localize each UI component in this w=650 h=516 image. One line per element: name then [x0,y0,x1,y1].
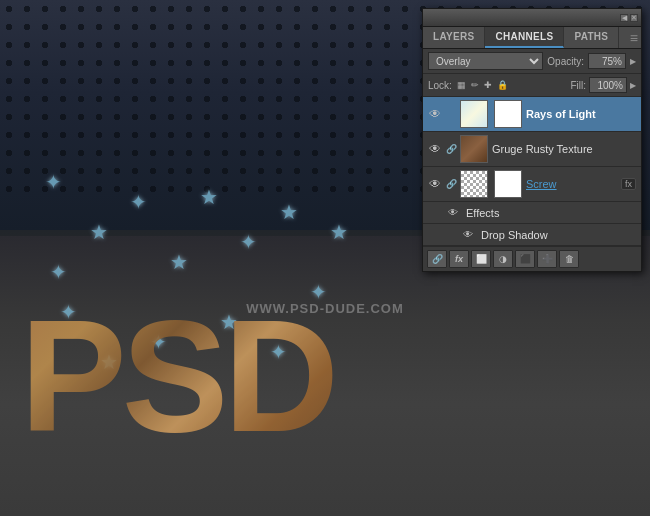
layer-thumb-rays [460,100,488,128]
layer-link[interactable]: 🔗 [446,144,456,154]
lock-pixels-icon[interactable]: ▦ [457,80,466,90]
effects-eye[interactable]: 👁 [448,207,458,218]
main-text: PSD [20,296,334,456]
new-layer-btn[interactable]: ➕ [537,250,557,268]
link-layers-btn[interactable]: 🔗 [427,250,447,268]
layer-rusty-texture[interactable]: 👁 🔗 Gruge Rusty Texture [423,132,641,167]
lock-row: Lock: ▦ ✏ ✚ 🔒 Fill: ▶ [423,74,641,97]
drop-shadow-label: Drop Shadow [481,229,636,241]
tab-channels[interactable]: CHANNELS [485,27,564,48]
lock-all-icon[interactable]: 🔒 [497,80,508,90]
panel-collapse-btn[interactable]: ◀ [620,14,628,22]
star-decoration: ★ [200,185,218,209]
layer-fx-badge: fx [621,178,636,190]
star-decoration: ✦ [240,230,257,254]
fill-label: Fill: [570,80,586,91]
lock-move-icon[interactable]: ✚ [484,80,492,90]
photoshop-panel: ◀ ✕ LAYERS CHANNELS PATHS ≡ Overlay Norm… [422,8,642,272]
add-mask-btn[interactable]: ⬜ [471,250,491,268]
opacity-arrow[interactable]: ▶ [630,57,636,66]
layer-thumb-screw [460,170,488,198]
layer-screw[interactable]: 👁 🔗 Screw fx [423,167,641,202]
layer-drop-shadow[interactable]: 👁 Drop Shadow [423,224,641,246]
layer-thumb-rusty [460,135,488,163]
star-decoration: ★ [90,220,108,244]
star-decoration: ✦ [45,170,62,194]
star-decoration: ✦ [50,260,67,284]
panel-close-btn[interactable]: ✕ [630,14,638,22]
layer-link[interactable]: 🔗 [446,179,456,189]
lock-label: Lock: [428,80,452,91]
layer-name-rays: Rays of Light [526,108,636,120]
layer-mask-thumb [494,100,522,128]
group-btn[interactable]: ⬛ [515,250,535,268]
opacity-label: Opacity: [547,56,584,67]
opacity-input[interactable] [588,53,626,69]
star-decoration: ★ [280,200,298,224]
fill-input[interactable] [589,77,627,93]
blend-mode-select[interactable]: Overlay Normal Multiply Screen [428,52,543,70]
watermark: WWW.PSD-DUDE.COM [246,301,404,316]
fx-btn[interactable]: fx [449,250,469,268]
star-decoration: ★ [330,220,348,244]
layer-visibility-eye[interactable]: 👁 [428,107,442,121]
tab-layers[interactable]: LAYERS [423,27,485,48]
layer-visibility-eye[interactable]: 👁 [428,177,442,191]
star-decoration: ✦ [130,190,147,214]
drop-shadow-eye[interactable]: 👁 [463,229,473,240]
layer-rays-of-light[interactable]: 👁 Rays of Light [423,97,641,132]
adjustment-btn[interactable]: ◑ [493,250,513,268]
delete-layer-btn[interactable]: 🗑 [559,250,579,268]
tab-paths[interactable]: PATHS [564,27,619,48]
layer-visibility-eye[interactable]: 👁 [428,142,442,156]
panel-titlebar: ◀ ✕ [423,9,641,27]
layer-name-screw: Screw [526,178,617,190]
layer-mask-thumb-screw [494,170,522,198]
layers-toolbar: 🔗 fx ⬜ ◑ ⬛ ➕ 🗑 [423,246,641,271]
star-decoration: ★ [170,250,188,274]
panel-menu-btn[interactable]: ≡ [630,30,638,46]
fill-arrow[interactable]: ▶ [630,81,636,90]
effects-label: Effects [466,207,636,219]
layer-name-rusty: Gruge Rusty Texture [492,143,636,155]
panel-tabs: LAYERS CHANNELS PATHS ≡ [423,27,641,49]
layer-effects-group[interactable]: 👁 Effects [423,202,641,224]
layers-list: 👁 Rays of Light 👁 🔗 Gruge Rusty Texture … [423,97,641,246]
blend-opacity-row: Overlay Normal Multiply Screen Opacity: … [423,49,641,74]
lock-paint-icon[interactable]: ✏ [471,80,479,90]
